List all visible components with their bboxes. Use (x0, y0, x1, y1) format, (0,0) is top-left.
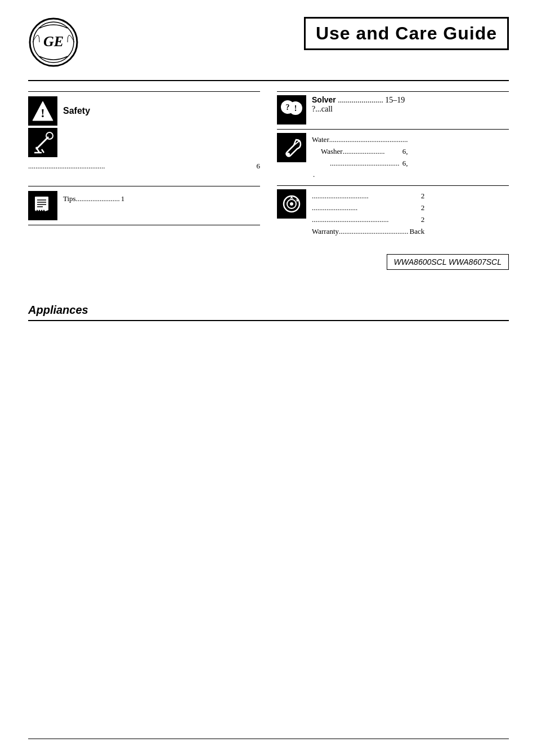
solver-dots: ....................... (338, 96, 383, 104)
br-page4: 2 (421, 214, 425, 226)
br-page3: 2 (421, 202, 425, 214)
title-box: Use and Care Guide (304, 17, 509, 50)
washer-page: 6, (402, 146, 408, 158)
solver-line1: Solver ....................... 15–19 (312, 95, 405, 105)
water-section: Water ..................................… (277, 129, 509, 181)
washer-entry: Washer ....................... 6, (312, 146, 408, 158)
section2-header: Tips ........................ 1 (28, 191, 260, 220)
appliances-container: Appliances (28, 304, 509, 317)
tips-dots: ........................ (76, 193, 120, 205)
tips-label: Tips (63, 193, 76, 205)
svg-point-24 (290, 202, 293, 206)
section2-entries: Tips ........................ 1 (63, 191, 124, 205)
page-bottom-rule (28, 739, 509, 739)
toc-entry: ........................................… (28, 161, 260, 172)
washer-dots2: ...................................... (330, 158, 401, 170)
water-dots: ........................................… (329, 134, 408, 146)
entry-dots: ........................................… (28, 161, 256, 172)
tips-icon (28, 191, 57, 220)
water-entries: Water ..................................… (312, 133, 408, 181)
water-entry: Water ..................................… (312, 134, 408, 146)
svg-line-10 (42, 149, 44, 153)
bottom-right-header: ............................... 2 ......… (277, 189, 509, 237)
warranty-entry: Warranty ...............................… (312, 226, 424, 238)
model-container: WWA8600SCL WWA8607SCL (28, 248, 509, 270)
toc-entry-tips: Tips ........................ 1 (63, 193, 124, 205)
svg-line-6 (36, 137, 48, 149)
br-entry3: ......................... 2 (312, 202, 424, 214)
water-icon (277, 133, 306, 162)
safety-icon2 (28, 128, 57, 157)
toc-left-section2: Tips ........................ 1 (28, 186, 260, 225)
safety-entries: ........................................… (28, 161, 260, 172)
solver-text: Solver ....................... 15–19 ?..… (312, 95, 405, 114)
br-page1: 2 (421, 190, 425, 202)
warranty-label: Warranty (312, 226, 339, 238)
svg-text:!: ! (294, 104, 297, 113)
safety-header: ! Safety (28, 96, 260, 126)
br-dots3: ......................... (312, 202, 420, 214)
page-title: Use and Care Guide (316, 23, 497, 43)
bottom-right-entries: ............................... 2 ......… (312, 189, 424, 237)
washer-entry2: ...................................... 6… (312, 158, 408, 170)
svg-point-20 (287, 153, 290, 156)
washer-dots: ....................... (343, 146, 401, 158)
warning-icon: ! (28, 96, 57, 126)
appliances-label: Appliances (28, 304, 88, 316)
camera-icon (277, 189, 306, 219)
water-label: Water (312, 134, 329, 146)
toc-left-column: ! Safety (28, 91, 260, 237)
warranty-page: Back (410, 226, 425, 238)
bottom-right-section: ............................... 2 ......… (277, 185, 509, 237)
header-divider (28, 80, 509, 81)
br-dots1: ............................... (312, 190, 420, 202)
warranty-dots: ...................................... (339, 226, 409, 238)
solver-label: Solver (312, 95, 336, 104)
ge-logo: GE (28, 17, 79, 70)
solver-section: ? ! Solver ....................... 15–19… (277, 91, 509, 124)
entry-page: 6 (257, 161, 261, 172)
solver-icon: ? ! (277, 95, 306, 124)
solver-call: ?...call (312, 105, 405, 114)
washer-label: Washer (321, 146, 343, 158)
svg-point-8 (46, 132, 53, 139)
dot-entry: . (312, 169, 408, 181)
toc-grid: ! Safety (28, 91, 509, 237)
toc-right-column: ? ! Solver ....................... 15–19… (277, 91, 509, 237)
br-dots4: ........................................… (312, 214, 420, 226)
section2-divider (28, 225, 260, 225)
dot-page: . (313, 169, 315, 181)
bottom-section: Appliances (28, 304, 509, 321)
svg-text:GE: GE (43, 33, 64, 50)
model-text: WWA8600SCL WWA8607SCL (394, 257, 502, 266)
solver-pages: 15–19 (385, 96, 405, 104)
br-entry4: ........................................… (312, 214, 424, 226)
header: GE Use and Care Guide (28, 17, 509, 70)
tips-page: 1 (121, 193, 125, 205)
safety-title: Safety (63, 106, 90, 116)
toc-safety-section: ! Safety (28, 91, 260, 177)
bottom-divider (28, 320, 509, 321)
svg-text:!: ! (41, 106, 44, 120)
water-header: Water ..................................… (277, 133, 509, 181)
page: GE Use and Care Guide (0, 0, 537, 756)
washer-page2: 6, (402, 158, 408, 170)
solver-header: ? ! Solver ....................... 15–19… (277, 95, 509, 124)
br-entry1: ............................... 2 (312, 190, 424, 202)
model-box: WWA8600SCL WWA8607SCL (387, 254, 509, 270)
